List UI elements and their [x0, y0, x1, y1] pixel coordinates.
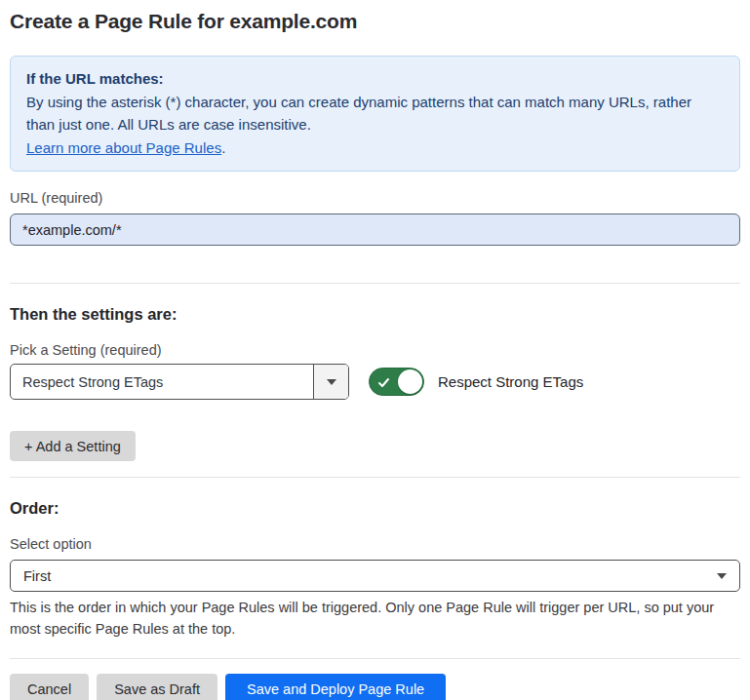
settings-section-heading: Then the settings are:	[10, 304, 740, 324]
form-actions: Cancel Save as Draft Save and Deploy Pag…	[10, 674, 740, 700]
add-setting-button[interactable]: + Add a Setting	[10, 431, 136, 461]
pick-setting-label: Pick a Setting (required)	[10, 342, 740, 358]
toggle-label: Respect Strong ETags	[438, 373, 583, 390]
check-icon	[377, 376, 390, 389]
info-box-link-line: Learn more about Page Rules.	[26, 136, 724, 160]
divider	[10, 283, 740, 284]
info-box-heading: If the URL matches:	[26, 67, 724, 91]
create-page-rule-form: Create a Page Rule for example.com If th…	[0, 10, 750, 700]
info-box-body: By using the asterisk (*) character, you…	[26, 91, 724, 136]
save-draft-button[interactable]: Save as Draft	[97, 674, 217, 700]
url-match-info-box: If the URL matches: By using the asteris…	[10, 56, 740, 172]
learn-more-link[interactable]: Learn more about Page Rules	[26, 139, 221, 156]
order-select[interactable]: First	[10, 560, 740, 592]
divider	[10, 477, 740, 478]
toggle-knob	[398, 369, 422, 394]
setting-select-value: Respect Strong ETags	[11, 365, 313, 399]
order-help-text: This is the order in which your Page Rul…	[10, 597, 740, 640]
setting-select-arrow-button[interactable]	[313, 365, 348, 399]
link-period: .	[221, 139, 225, 156]
setting-row: Respect Strong ETags Respect Strong ETag…	[10, 364, 740, 400]
page-title: Create a Page Rule for example.com	[10, 10, 740, 33]
setting-select[interactable]: Respect Strong ETags	[10, 364, 349, 400]
chevron-down-icon	[327, 379, 336, 385]
order-select-label: Select option	[10, 536, 740, 552]
cancel-button[interactable]: Cancel	[10, 674, 89, 700]
url-field-label: URL (required)	[10, 190, 740, 206]
divider	[10, 658, 740, 659]
order-select-value: First	[23, 568, 51, 584]
order-section-heading: Order:	[10, 498, 740, 518]
url-input[interactable]	[10, 214, 740, 246]
chevron-down-icon	[717, 573, 727, 579]
setting-toggle[interactable]	[369, 368, 424, 396]
save-deploy-button[interactable]: Save and Deploy Page Rule	[225, 674, 446, 700]
